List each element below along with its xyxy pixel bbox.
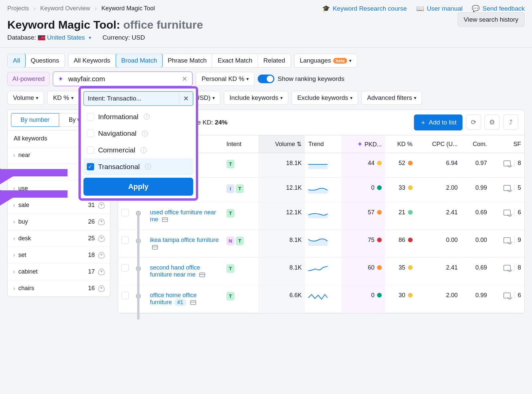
database-selector[interactable]: Database: United States ▾	[7, 34, 91, 41]
link-user-manual[interactable]: 📖 User manual	[416, 5, 463, 12]
eye-icon[interactable]	[98, 202, 105, 209]
apply-button[interactable]: Apply	[83, 178, 193, 196]
sidebar-tab-by-number[interactable]: By number	[11, 113, 59, 127]
serp-icon[interactable]	[503, 265, 511, 271]
difficulty-dot-icon	[377, 210, 382, 215]
checkbox-icon[interactable]	[87, 113, 94, 120]
keyword-link[interactable]: office home office furniture	[150, 292, 197, 305]
sidebar-item[interactable]: › chairs 16	[8, 280, 110, 296]
tab-exact-match[interactable]: Exact Match	[212, 54, 258, 67]
cell-pkd: 44	[341, 153, 385, 178]
eye-icon[interactable]	[98, 252, 105, 259]
cell-cpc: 2.00	[416, 178, 461, 202]
window-icon[interactable]	[190, 300, 196, 305]
info-icon[interactable]: i	[144, 114, 150, 120]
tab-broad-match[interactable]: Broad Match	[116, 54, 163, 68]
intent-badge: T	[226, 264, 234, 273]
filter-kd[interactable]: KD %▾	[47, 91, 79, 105]
col-volume[interactable]: Volume ⇅	[258, 135, 305, 153]
filter-volume[interactable]: Volume▾	[7, 91, 44, 105]
filter-exclude-keywords[interactable]: Exclude keywords▾	[292, 91, 358, 105]
tab-all[interactable]: All	[7, 54, 26, 68]
col-cpc[interactable]: CPC (U...	[416, 135, 461, 153]
sidebar-item[interactable]: › set 18	[8, 247, 110, 263]
cell-pkd: 0	[341, 285, 385, 313]
row-checkbox[interactable]	[121, 209, 129, 216]
position-badge: #1	[174, 299, 187, 306]
intent-option-navigational[interactable]: Navigationali	[83, 125, 193, 142]
cell-volume: 12.1K	[258, 178, 305, 202]
breadcrumb-overview[interactable]: Keyword Overview	[40, 5, 90, 12]
col-intent[interactable]: Intent	[223, 135, 258, 153]
link-research-course[interactable]: 🎓 Keyword Research course	[322, 5, 407, 12]
col-trend[interactable]: Trend	[305, 135, 341, 153]
sidebar-item[interactable]: › desk 25	[8, 230, 110, 247]
row-checkbox[interactable]	[121, 264, 129, 272]
info-icon[interactable]: i	[145, 164, 151, 170]
intent-option-commercial[interactable]: Commerciali	[83, 142, 193, 158]
sparkle-icon: ✦	[357, 140, 363, 148]
serp-icon[interactable]	[503, 293, 511, 298]
serp-icon[interactable]	[503, 160, 511, 166]
row-checkbox[interactable]	[121, 237, 129, 244]
window-icon[interactable]	[162, 217, 168, 222]
col-kd[interactable]: KD %	[385, 135, 416, 153]
col-pkd[interactable]: ✦ PKD...	[341, 135, 385, 153]
refresh-button[interactable]: ⟳	[466, 114, 481, 130]
sidebar-item[interactable]: › cabinet 17	[8, 263, 110, 280]
window-icon[interactable]	[199, 273, 205, 277]
difficulty-dot-icon	[377, 238, 382, 242]
eye-icon[interactable]	[98, 235, 105, 242]
languages-dropdown[interactable]: Languagesbeta▾	[294, 54, 357, 68]
checkbox-icon[interactable]	[87, 130, 94, 137]
chevron-right-icon: ›	[13, 202, 15, 209]
row-checkbox[interactable]	[121, 292, 129, 299]
serp-icon[interactable]	[503, 185, 511, 191]
window-icon[interactable]	[152, 245, 158, 250]
tab-related[interactable]: Related	[258, 54, 291, 67]
sidebar-item[interactable]: › buy 26	[8, 213, 110, 230]
serp-icon[interactable]	[503, 237, 511, 243]
settings-button[interactable]: ⚙	[484, 114, 500, 130]
checkbox-icon[interactable]	[87, 146, 94, 154]
eye-icon[interactable]	[98, 285, 105, 292]
sidebar-item-label: buy	[18, 218, 28, 225]
keyword-link[interactable]: used office furniture near me	[150, 209, 216, 223]
filter-advanced[interactable]: Advanced filters▾	[361, 91, 422, 105]
filter-include-keywords[interactable]: Include keywords▾	[224, 91, 288, 105]
eye-icon[interactable]	[98, 219, 105, 225]
info-icon[interactable]: i	[142, 130, 148, 136]
close-icon[interactable]: ✕	[179, 95, 189, 102]
breadcrumb-projects[interactable]: Projects	[7, 5, 29, 12]
add-to-list-button[interactable]: ＋Add to list	[414, 114, 463, 130]
domain-input[interactable]: ✦ ✕	[53, 72, 193, 86]
sidebar-all-keywords-label[interactable]: All keywords	[14, 135, 47, 142]
keyword-link[interactable]: second hand office furniture near me	[150, 264, 200, 278]
clear-icon[interactable]: ✕	[182, 75, 188, 83]
tab-phrase-match[interactable]: Phrase Match	[162, 54, 212, 67]
intent-option-informational[interactable]: Informationali	[83, 108, 193, 125]
cell-cpc: 2.00	[416, 285, 461, 313]
tab-questions[interactable]: Questions	[25, 54, 65, 67]
keyword-link[interactable]: ikea tampa office furniture	[150, 237, 219, 243]
intent-option-transactional[interactable]: ✓ Transactionali	[83, 158, 193, 175]
eye-icon[interactable]	[98, 269, 105, 275]
link-send-feedback[interactable]: 💬 Send feedback	[472, 5, 525, 12]
serp-icon[interactable]	[503, 210, 511, 216]
show-ranking-toggle[interactable]	[258, 75, 274, 83]
personal-kd-dropdown[interactable]: Personal KD %▾	[196, 72, 254, 86]
domain-input-field[interactable]	[67, 75, 178, 83]
col-com[interactable]: Com.	[461, 135, 490, 153]
col-sf[interactable]: SF	[490, 135, 524, 153]
view-search-history-button[interactable]: View search history	[458, 12, 525, 27]
difficulty-dot-icon	[408, 265, 413, 270]
export-button[interactable]: ⤴	[503, 114, 518, 130]
annotation-arrow-icon	[0, 188, 13, 207]
cell-kd: 33	[385, 178, 416, 202]
tab-all-keywords[interactable]: All Keywords	[68, 54, 116, 67]
difficulty-dot-icon	[408, 210, 413, 215]
cell-pkd: 60	[341, 258, 385, 285]
info-icon[interactable]: i	[141, 147, 147, 153]
checkbox-checked-icon[interactable]: ✓	[87, 163, 94, 170]
intent-filter-chip[interactable]: Intent: Transactio... ✕	[83, 91, 193, 106]
